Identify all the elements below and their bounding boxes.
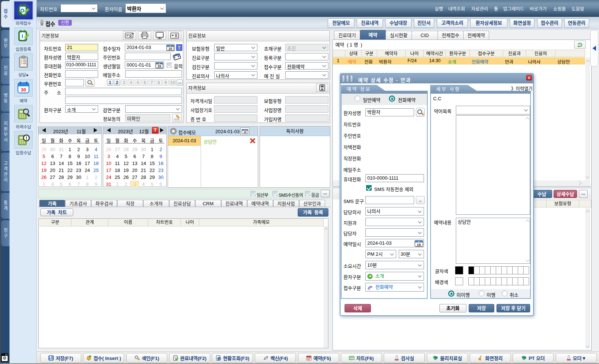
- svg-text:15: 15: [157, 64, 161, 68]
- svg-text:O: O: [21, 8, 25, 14]
- svg-text:I: I: [22, 33, 23, 39]
- svg-text:17: 17: [307, 357, 310, 360]
- svg-text:!: !: [26, 136, 27, 141]
- svg-text:30: 30: [21, 87, 26, 93]
- svg-text:15: 15: [243, 130, 246, 134]
- svg-text:15: 15: [168, 47, 172, 50]
- svg-text:15: 15: [417, 243, 421, 247]
